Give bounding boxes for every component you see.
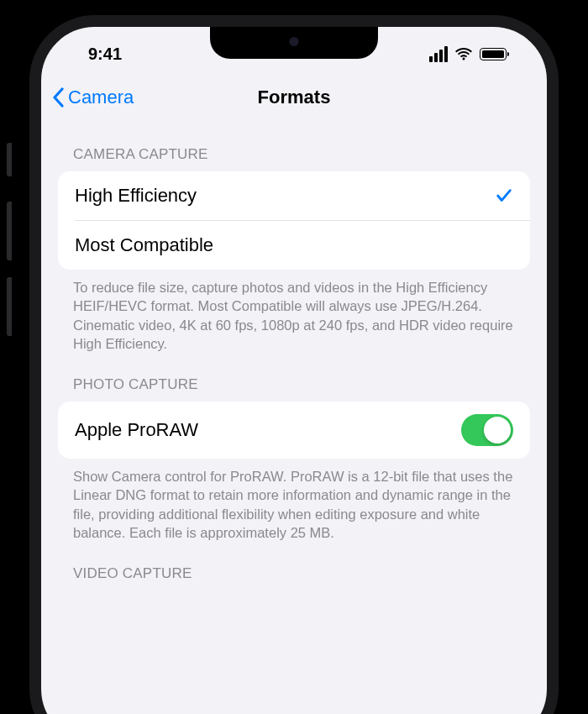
content: CAMERA CAPTURE High Efficiency Most Comp… [41, 121, 547, 591]
page-title: Formats [258, 87, 331, 108]
phone-frame: 9:41 Camera Formats [29, 15, 559, 714]
row-apple-proraw[interactable]: Apple ProRAW [58, 402, 530, 459]
footer-photo-capture: Show Camera control for ProRAW. ProRAW i… [58, 459, 530, 542]
notch [210, 25, 378, 59]
status-time: 9:41 [75, 45, 122, 64]
option-label: Most Compatible [75, 234, 213, 256]
status-indicators [429, 46, 513, 62]
back-label: Camera [68, 87, 134, 108]
chevron-left-icon [51, 87, 65, 108]
section-header-camera-capture: CAMERA CAPTURE [58, 121, 530, 171]
group-camera-capture: High Efficiency Most Compatible [58, 171, 530, 270]
option-label: High Efficiency [75, 185, 197, 207]
battery-icon [480, 48, 507, 60]
navigation-bar: Camera Formats [41, 74, 547, 121]
section-header-video-capture: VIDEO CAPTURE [58, 542, 530, 591]
row-label: Apple ProRAW [75, 419, 198, 441]
toggle-knob [484, 417, 511, 444]
section-header-photo-capture: PHOTO CAPTURE [58, 353, 530, 402]
back-button[interactable]: Camera [51, 87, 134, 108]
group-photo-capture: Apple ProRAW [58, 402, 530, 459]
wifi-icon [454, 47, 473, 60]
screen: 9:41 Camera Formats [41, 27, 547, 714]
footer-camera-capture: To reduce file size, capture photos and … [58, 270, 530, 353]
option-most-compatible[interactable]: Most Compatible [58, 221, 530, 270]
toggle-apple-proraw[interactable] [461, 414, 513, 446]
cellular-icon [429, 46, 448, 62]
checkmark-icon [495, 186, 513, 205]
option-high-efficiency[interactable]: High Efficiency [58, 171, 530, 220]
